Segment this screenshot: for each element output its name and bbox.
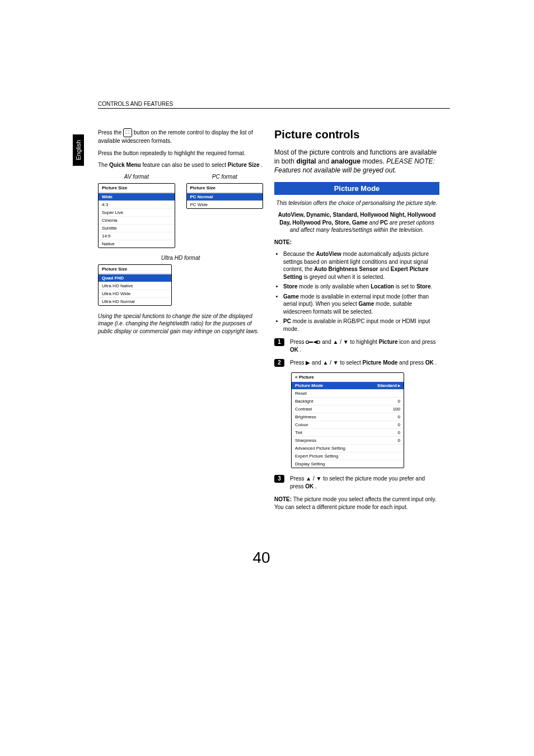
step-text: Press and ▲ / ▼ to highlight Picture ico… [290, 338, 439, 353]
svg-point-0 [306, 341, 309, 344]
text: . [430, 283, 432, 290]
format-button-icon: ⬚ [123, 128, 132, 137]
bullet-autoview: Because the AutoView mode automatically … [283, 250, 439, 281]
menu-row-sharpness[interactable]: Sharpness0 [292, 436, 404, 444]
text: mode is available in RGB/PC input mode o… [283, 318, 430, 332]
text: PC [380, 220, 388, 226]
text-quick-menu: Quick Menu [109, 162, 141, 168]
label: Contrast [295, 407, 312, 412]
mode-intro: This television offers the choice of per… [274, 199, 439, 207]
right-column: Picture controls Most of the picture con… [274, 128, 439, 515]
text: The picture mode you select affects the … [274, 496, 437, 510]
text: Store [283, 283, 298, 290]
menu-item-wide[interactable]: Wide [99, 193, 175, 200]
menu-row-reset[interactable]: Reset [292, 389, 404, 397]
value: 0 [398, 414, 400, 419]
menu-row-display[interactable]: Display Setting [292, 460, 404, 468]
text: feature can also be used to select [142, 162, 227, 168]
value: 100 [393, 407, 400, 412]
pc-format-menu: Picture Size PC Normal PC Wide [186, 183, 264, 209]
uhd-format-caption: Ultra HD format [98, 255, 263, 261]
text: and [318, 157, 331, 165]
note-bullets: Because the AutoView mode automatically … [274, 250, 439, 333]
menu-row-backlight[interactable]: Backlight0 [292, 397, 404, 405]
menu-item-149[interactable]: 14:9 [99, 232, 175, 240]
value: 0 [398, 430, 400, 435]
menu-item-cinema[interactable]: Cinema [99, 216, 175, 224]
text: OK [305, 483, 313, 489]
para-press-button: Press the ⬚ button on the remote control… [98, 128, 263, 145]
intro-paragraph: Most of the picture controls and functio… [274, 148, 439, 175]
svg-point-1 [317, 341, 320, 344]
menu-item-subtitle[interactable]: Subtitle [99, 224, 175, 232]
menu-row-picture-mode[interactable]: Picture ModeStandard ▸ [292, 381, 404, 389]
menu-item-43[interactable]: 4:3 [99, 200, 175, 208]
label: Advanced Picture Setting [295, 446, 345, 451]
menu-item-pcwide[interactable]: PC Wide [187, 200, 263, 208]
uhd-format-menu: Picture Size Quad FHD Ultra HD Native Ul… [98, 264, 172, 306]
step-number-icon: 3 [274, 475, 284, 483]
text: Because the [283, 251, 316, 257]
text: . [435, 360, 437, 366]
value: 0 [398, 438, 400, 443]
text: and [378, 266, 391, 272]
menu-item-uhdnormal[interactable]: Ultra HD Normal [99, 297, 171, 305]
menu-row-contrast[interactable]: Contrast100 [292, 405, 404, 413]
text: and [369, 220, 380, 226]
language-tab: English [73, 134, 84, 166]
page-number: 40 [73, 549, 450, 567]
label: Colour [295, 422, 308, 427]
note-label: NOTE: [274, 239, 439, 246]
menu-row-expert[interactable]: Expert Picture Setting [292, 452, 404, 460]
menu-title: Picture Size [99, 265, 171, 274]
menu-item-superlive[interactable]: Super Live [99, 208, 175, 216]
bullet-game: Game mode is available in external input… [283, 293, 439, 316]
text: is set to [394, 283, 416, 290]
text: OK [290, 347, 298, 353]
text: modes. [362, 157, 386, 165]
label: Tint [295, 430, 302, 435]
menu-item-pcnormal[interactable]: PC Normal [187, 193, 263, 200]
label: Brightness [295, 414, 316, 419]
picture-controls-title: Picture controls [274, 128, 439, 141]
menu-row-brightness[interactable]: Brightness0 [292, 413, 404, 421]
menu-item-uhdnative[interactable]: Ultra HD Native [99, 282, 171, 290]
para-quickmenu: The Quick Menu feature can also be used … [98, 161, 263, 169]
text-digital: digital [296, 157, 316, 165]
value: 0 [398, 422, 400, 427]
label: Expert Picture Setting [295, 454, 338, 459]
bullet-store: Store mode is only available when Locati… [283, 283, 439, 291]
menu-row-advanced[interactable]: Advanced Picture Setting [292, 444, 404, 452]
text: Press [290, 339, 306, 345]
menu-title: Picture Size [187, 184, 263, 193]
label: Backlight [295, 399, 313, 404]
text-picture-size: Picture Size [228, 162, 260, 168]
text: and press [399, 360, 425, 366]
text: Store [416, 283, 431, 290]
text: . [300, 347, 302, 353]
step-text: Press ▲ / ▼ to select the picture mode y… [290, 475, 439, 490]
step-1: 1 Press and ▲ / ▼ to highlight Picture i… [274, 338, 439, 353]
step-2: 2 Press ▶ and ▲ / ▼ to select Picture Mo… [274, 359, 439, 367]
pc-format-caption: PC format [186, 174, 264, 180]
copyright-footnote: Using the special functions to change th… [98, 312, 263, 335]
label: Display Setting [295, 461, 325, 466]
menu-item-quadfhd[interactable]: Quad FHD [99, 274, 171, 282]
text: The [98, 162, 109, 168]
av-format-caption: AV format [98, 174, 175, 180]
menu-item-uhdwide[interactable]: Ultra HD Wide [99, 290, 171, 297]
quick-menu-icon [306, 339, 320, 345]
picture-mode-heading: Picture Mode [274, 182, 439, 195]
picture-menu: < Picture Picture ModeStandard ▸ Reset B… [291, 372, 404, 468]
menu-row-tint[interactable]: Tint0 [292, 428, 404, 436]
text: Picture Mode [363, 360, 398, 366]
text: Game [283, 293, 299, 300]
text: Game [359, 301, 374, 307]
menu-item-native[interactable]: Native [99, 240, 175, 248]
menu-row-colour[interactable]: Colour0 [292, 421, 404, 428]
presets-list: AutoView, Dynamic, Standard, Hollywood N… [274, 211, 439, 234]
text: . [315, 483, 317, 489]
bullet-pc: PC mode is available in RGB/PC input mod… [283, 318, 439, 333]
text: OK [425, 360, 434, 366]
text: and ▲ / ▼ to highlight [322, 339, 379, 345]
